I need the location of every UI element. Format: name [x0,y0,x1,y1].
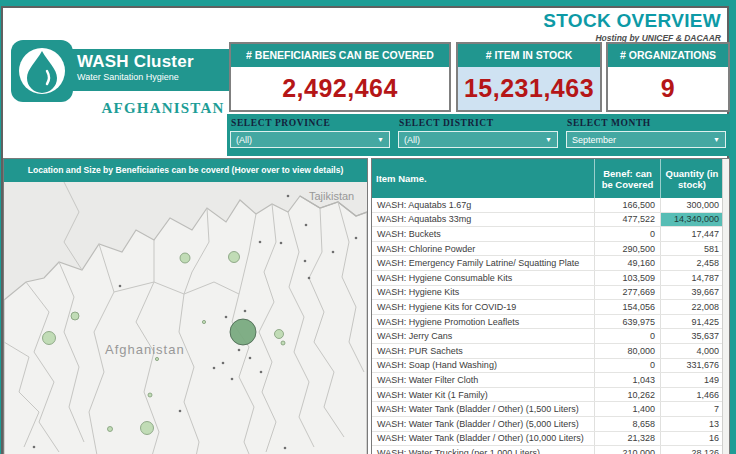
table-row[interactable]: WASH: Soap (Hand Washing)0331,676 [372,359,729,374]
table-row[interactable]: WASH: Hygiene Consumable Kits103,50914,7… [372,271,729,286]
cell-item-name[interactable]: WASH: Water Trucking (per 1,000 Liters) [372,446,594,454]
cell-benef-covered[interactable]: 10,262 [594,388,660,402]
cell-quantity[interactable]: 14,787 [660,271,723,285]
district-point[interactable] [179,410,182,413]
cell-quantity[interactable]: 581 [660,242,723,256]
beneficiary-bubble[interactable] [43,332,56,345]
district-point[interactable] [222,362,225,365]
beneficiary-bubble[interactable] [141,422,154,435]
district-point[interactable] [260,371,263,374]
table-row[interactable]: WASH: Buckets017,447 [372,227,729,242]
cell-item-name[interactable]: WASH: Emergency Family Latrine/ Squattin… [372,256,594,270]
month-dropdown[interactable]: September ▼ [566,131,726,148]
cell-item-name[interactable]: WASH: Chlorine Powder [372,242,594,256]
column-header-quantity[interactable]: Quantity (in stock) [660,159,723,198]
beneficiary-bubble[interactable] [155,357,158,360]
cell-item-name[interactable]: WASH: Hygiene Kits for COVID-19 [372,300,594,314]
cell-item-name[interactable]: WASH: Water Kit (1 Family) [372,388,594,402]
beneficiary-bubble[interactable] [275,330,284,339]
cell-item-name[interactable]: WASH: Soap (Hand Washing) [372,359,594,373]
cell-benef-covered[interactable]: 21,328 [594,432,660,446]
table-row[interactable]: WASH: Hygiene Kits for COVID-19154,05622… [372,300,729,315]
cell-benef-covered[interactable]: 210,000 [594,446,660,454]
district-point[interactable] [33,446,36,449]
district-point[interactable] [244,310,247,313]
cell-quantity[interactable]: 7 [660,402,723,416]
cell-item-name[interactable]: WASH: Water Filter Cloth [372,373,594,387]
beneficiary-bubble[interactable] [281,341,285,345]
cell-quantity[interactable]: 17,447 [660,227,723,241]
district-point[interactable] [280,242,283,245]
table-row[interactable]: WASH: Aquatabs 33mg477,52214,340,000 [372,213,729,228]
cell-benef-covered[interactable]: 1,400 [594,402,660,416]
district-point[interactable] [332,251,335,254]
cell-item-name[interactable]: WASH: Hygiene Kits [372,286,594,300]
cell-quantity[interactable]: 300,000 [660,198,723,212]
cell-benef-covered[interactable]: 1,043 [594,373,660,387]
cell-item-name[interactable]: WASH: PUR Sachets [372,344,594,358]
table-row[interactable]: WASH: Chlorine Powder290,500581 [372,242,729,257]
district-point[interactable] [305,224,308,227]
table-row[interactable]: WASH: Water Trucking (per 1,000 Liters)2… [372,446,729,454]
table-row[interactable]: WASH: Hygiene Promotion Leaflets639,9759… [372,315,729,330]
cell-quantity[interactable]: 4,000 [660,344,723,358]
district-point[interactable] [304,260,307,263]
district-dropdown[interactable]: (All) ▼ [398,131,558,148]
district-point[interactable] [284,447,287,450]
district-point[interactable] [355,237,358,240]
table-row[interactable]: WASH: Water Tank (Bladder / Other) (1,50… [372,402,729,417]
cell-benef-covered[interactable]: 103,509 [594,271,660,285]
table-row[interactable]: WASH: Water Kit (1 Family)10,2621,466 [372,388,729,403]
cell-benef-covered[interactable]: 80,000 [594,344,660,358]
district-point[interactable] [225,316,228,319]
cell-benef-covered[interactable]: 0 [594,359,660,373]
district-point[interactable] [231,378,234,381]
cell-quantity[interactable]: 2,458 [660,256,723,270]
afghanistan-map[interactable]: Afghanistan Tajikistan © 2023 Mapbox © O… [4,182,367,454]
cell-quantity[interactable]: 91,425 [660,315,723,329]
beneficiary-bubble[interactable] [108,427,113,432]
table-scrollbar[interactable] [722,159,729,454]
cell-benef-covered[interactable]: 49,160 [594,256,660,270]
cell-item-name[interactable]: WASH: Jerry Cans [372,329,594,343]
cell-benef-covered[interactable]: 0 [594,329,660,343]
beneficiary-bubble[interactable] [148,393,152,397]
beneficiary-bubble[interactable] [180,253,190,263]
beneficiary-bubble[interactable] [229,252,240,263]
cell-quantity[interactable]: 22,008 [660,300,723,314]
cell-benef-covered[interactable]: 277,669 [594,286,660,300]
district-point[interactable] [259,241,262,244]
district-point[interactable] [249,357,252,360]
beneficiary-bubble[interactable] [71,312,79,320]
cell-item-name[interactable]: WASH: Aquatabs 1.67g [372,198,594,212]
cell-benef-covered[interactable]: 477,522 [594,213,660,227]
table-row[interactable]: WASH: Hygiene Kits277,66939,667 [372,286,729,301]
table-row[interactable]: WASH: Water Tank (Bladder / Other) (10,0… [372,432,729,447]
district-point[interactable] [287,195,290,198]
cell-benef-covered[interactable]: 290,500 [594,242,660,256]
table-row[interactable]: WASH: Water Tank (Bladder / Other) (5,00… [372,417,729,432]
cell-quantity[interactable]: 149 [660,373,723,387]
cell-quantity[interactable]: 39,667 [660,286,723,300]
table-row[interactable]: WASH: Emergency Family Latrine/ Squattin… [372,256,729,271]
cell-item-name[interactable]: WASH: Hygiene Promotion Leaflets [372,315,594,329]
cell-quantity[interactable]: 1,466 [660,388,723,402]
cell-quantity[interactable]: 14,340,000 [660,213,723,227]
cell-benef-covered[interactable]: 154,056 [594,300,660,314]
province-dropdown[interactable]: (All) ▼ [230,131,390,148]
table-row[interactable]: WASH: Jerry Cans035,637 [372,329,729,344]
beneficiary-bubble[interactable] [202,320,205,323]
cell-benef-covered[interactable]: 8,658 [594,417,660,431]
cell-item-name[interactable]: WASH: Hygiene Consumable Kits [372,271,594,285]
cell-item-name[interactable]: WASH: Water Tank (Bladder / Other) (5,00… [372,417,594,431]
district-point[interactable] [308,277,311,280]
district-point[interactable] [238,349,241,352]
cell-item-name[interactable]: WASH: Aquatabs 33mg [372,213,594,227]
table-row[interactable]: WASH: PUR Sachets80,0004,000 [372,344,729,359]
cell-quantity[interactable]: 16 [660,432,723,446]
column-header-item-name[interactable]: Item Name. [372,159,594,198]
cell-item-name[interactable]: WASH: Buckets [372,227,594,241]
cell-quantity[interactable]: 13 [660,417,723,431]
cell-quantity[interactable]: 28,126 [660,446,723,454]
cell-item-name[interactable]: WASH: Water Tank (Bladder / Other) (10,0… [372,432,594,446]
